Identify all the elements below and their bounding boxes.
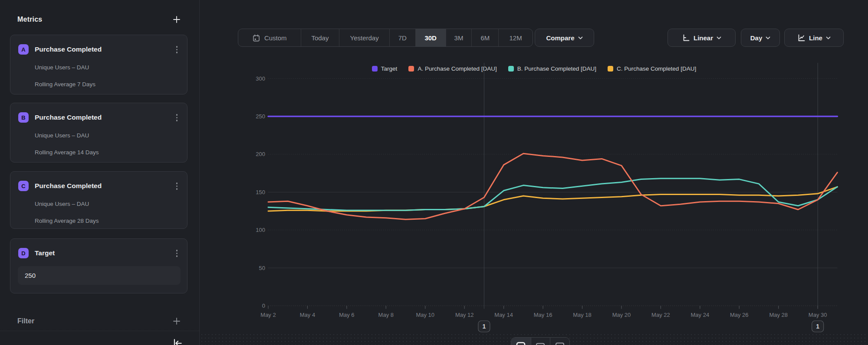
y-axis-label: 200 [256,151,265,157]
sidebar-divider [0,331,199,331]
table-view-icon [555,342,565,345]
target-menu-button[interactable] [174,248,180,259]
target-value-input[interactable] [18,266,181,285]
metric-badge-d: D [18,248,29,258]
view-toggle-table[interactable] [550,338,569,345]
target-title: Target [35,249,174,257]
filter-header: Filter [17,315,182,327]
target-card[interactable]: D Target [10,238,187,293]
plus-icon [172,15,181,24]
x-axis-label: May 2 [260,312,276,318]
filter-title: Filter [17,317,34,325]
view-toggle-chart[interactable] [511,338,531,345]
metric-title: Purchase Completed [35,114,174,121]
chart-panel: Custom Today Yesterday 7D 30D 3M 6M 12M … [200,0,868,345]
y-axis-label: 250 [256,113,265,120]
x-axis-label: May 22 [651,312,670,318]
metrics-sidebar: Metrics A Purchase Completed Unique User… [0,0,200,345]
metric-measure[interactable]: Unique Users – DAU [35,63,179,72]
y-axis-label: 0 [262,303,265,309]
metrics-header: Metrics [17,13,182,26]
collapse-sidebar-button[interactable] [172,338,183,345]
metric-title: Purchase Completed [35,46,174,53]
y-axis-label: 50 [259,265,265,271]
metric-title: Purchase Completed [35,182,174,190]
metric-card-b[interactable]: B Purchase Completed Unique Users – DAU … [10,103,187,163]
x-axis-label: May 28 [769,312,788,318]
collapse-left-icon [172,338,183,345]
series-line-c-purchase-completed-dau [268,187,837,211]
x-axis-label: May 6 [339,312,354,318]
x-axis-label: May 4 [300,312,315,318]
metric-card-c[interactable]: C Purchase Completed Unique Users – DAU … [10,171,187,229]
y-axis-label: 100 [256,227,265,233]
metric-transform[interactable]: Rolling Average 14 Days [35,148,179,157]
chart-view-icon [516,342,526,345]
series-line-a-purchase-completed-dau [268,153,837,219]
x-axis-label: May 16 [534,312,552,318]
x-axis-label: May 24 [691,312,710,318]
x-axis-label: May 10 [416,312,434,318]
metric-badge-c: C [18,181,29,191]
view-toggle-control [511,337,570,345]
metric-menu-button[interactable] [174,112,180,123]
metric-card-a[interactable]: A Purchase Completed Unique Users – DAU … [10,35,187,94]
view-toggle-split[interactable] [531,338,550,345]
y-axis-label: 150 [256,189,265,195]
x-axis-label: May 20 [612,312,631,318]
x-axis-label: May 30 [809,312,827,318]
metric-badge-a: A [18,44,29,55]
annotation-badge-label: 1 [483,323,486,330]
metric-transform[interactable]: Rolling Average 28 Days [35,217,179,225]
x-axis-label: May 18 [573,312,592,318]
metric-measure[interactable]: Unique Users – DAU [35,200,179,208]
x-axis-label: May 8 [378,312,394,318]
x-axis-label: May 26 [730,312,749,318]
analytics-dashboard: Metrics A Purchase Completed Unique User… [0,0,868,345]
metric-transform[interactable]: Rolling Average 7 Days [35,80,179,89]
plus-icon [172,317,181,325]
add-metric-button[interactable] [171,14,182,25]
metrics-title: Metrics [17,16,42,23]
add-filter-button[interactable] [171,316,182,326]
metric-menu-button[interactable] [174,44,180,55]
split-view-icon [536,342,545,345]
x-axis-label: May 14 [494,312,513,318]
metric-badge-b: B [18,112,29,123]
metric-menu-button[interactable] [174,181,180,192]
metric-measure[interactable]: Unique Users – DAU [35,131,179,140]
series-line-b-purchase-completed-dau [268,179,837,211]
y-axis-label: 300 [256,75,265,82]
metrics-line-chart: 050100150200250300May 2May 4May 6May 8Ma… [200,0,868,345]
x-axis-label: May 12 [455,312,474,318]
annotation-badge-label: 1 [816,323,819,330]
